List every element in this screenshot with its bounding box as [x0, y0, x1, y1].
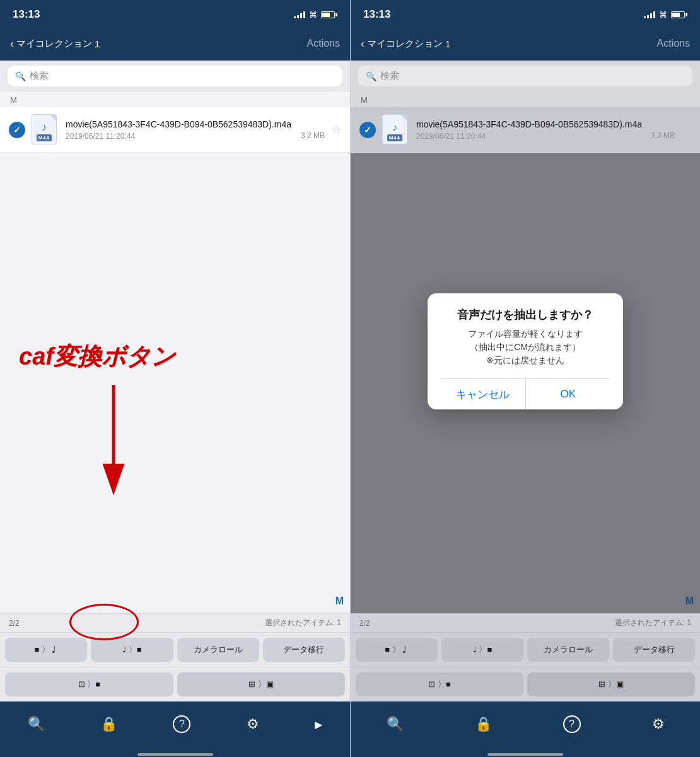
- right-search-bar[interactable]: 🔍 検索: [358, 66, 692, 86]
- left-section-header: M: [0, 91, 350, 107]
- left-data-transfer-label: データ移行: [283, 644, 324, 655]
- lock-tab-icon: 🔒: [100, 716, 117, 732]
- right-tab-lock[interactable]: 🔒: [475, 716, 492, 732]
- left-tool-btn-photo-merge[interactable]: ⊡ 〉■: [5, 672, 173, 696]
- left-back-label: マイコレクション: [16, 38, 92, 50]
- left-file-name: movie(5A951843-3F4C-439D-B094-0B56253948…: [66, 119, 325, 130]
- right-tool-btn-photo-merge[interactable]: ⊡ 〉■: [356, 672, 523, 696]
- right-dialog-cancel-button[interactable]: キャンセル: [440, 379, 526, 409]
- right-toolbar-row2: ⊡ 〉■ ⊞ 〉▣: [351, 667, 700, 701]
- right-data-transfer-label: データ移行: [634, 644, 675, 655]
- left-star-icon[interactable]: ☆: [331, 123, 341, 137]
- right-file-item[interactable]: ✓ ♪ M4A movie(5A951843-3F4C-439D-B094-0B…: [351, 107, 700, 153]
- right-toolbar-count: 2/2: [359, 619, 370, 628]
- left-tool-btn-grid-convert[interactable]: ⊞ 〉▣: [177, 672, 346, 696]
- right-content-area: M 音声だけを抽出しますか？ ファイル容量が軽くなります（抽出中にCMが流れます…: [351, 153, 700, 613]
- right-tool-btn-camera-roll[interactable]: カメラロール: [527, 638, 609, 662]
- right-toolbar-selected: 選択されたアイテム: 1: [615, 618, 691, 628]
- left-tool-btn-video-to-audio[interactable]: ■ 〉♩: [5, 638, 87, 662]
- signal-icon: [294, 11, 305, 18]
- right-chevron-icon: ‹: [361, 37, 365, 50]
- right-file-info: movie(5A951843-3F4C-439D-B094-0B56253948…: [416, 119, 675, 141]
- left-nav-bar: ‹ マイコレクション 1 Actions: [0, 28, 350, 61]
- wifi-icon: ⌘: [309, 10, 317, 20]
- right-status-icons: ⌘: [644, 10, 687, 20]
- checkmark-icon: ✓: [13, 125, 21, 135]
- left-status-icons: ⌘: [294, 10, 337, 20]
- right-back-label: マイコレクション: [367, 38, 443, 50]
- right-star-icon[interactable]: ☆: [681, 123, 691, 137]
- right-tab-search[interactable]: 🔍: [387, 716, 404, 732]
- right-wifi-icon: ⌘: [659, 10, 667, 20]
- left-chevron-icon: ‹: [10, 37, 14, 50]
- left-toolbar-count: 2/2: [9, 619, 20, 628]
- right-section-header: M: [351, 91, 700, 107]
- right-dialog-overlay: 音声だけを抽出しますか？ ファイル容量が軽くなります（抽出中にCMが流れます）※…: [351, 153, 700, 613]
- battery-icon: [321, 11, 337, 18]
- left-file-info: movie(5A951843-3F4C-439D-B094-0B56253948…: [66, 119, 325, 141]
- left-tool-btn-camera-roll[interactable]: カメラロール: [177, 638, 259, 662]
- music-note-icon: ♪: [42, 122, 47, 133]
- right-dialog-buttons: キャンセル OK: [440, 379, 610, 409]
- left-home-indicator: [0, 752, 350, 757]
- right-search-placeholder: 検索: [380, 70, 399, 82]
- right-file-type-label: M4A: [387, 134, 402, 141]
- right-tool-btn-grid-convert[interactable]: ⊞ 〉▣: [527, 672, 695, 696]
- left-file-list: ✓ ♪ M4A movie(5A951843-3F4C-439D-B094-0B…: [0, 107, 350, 153]
- settings-tab-icon: ⚙: [247, 716, 259, 732]
- right-tab-settings[interactable]: ⚙: [652, 716, 665, 732]
- search-tab-icon: 🔍: [28, 716, 45, 732]
- right-tab-help[interactable]: ?: [563, 715, 581, 733]
- left-file-size: 3.2 MB: [301, 131, 325, 140]
- left-search-bar[interactable]: 🔍 検索: [8, 66, 342, 86]
- right-dialog-ok-button[interactable]: OK: [526, 379, 611, 409]
- right-search-tab-icon: 🔍: [387, 716, 404, 732]
- left-bottom-section: 2/2 選択されたアイテム: 1 ■ 〉♩ ♩ 〉■ カメラロール データ移行 …: [0, 613, 350, 701]
- right-tool-btn-audio-to-video[interactable]: ♩ 〉■: [441, 638, 523, 662]
- right-file-icon: ♪ M4A: [382, 114, 410, 146]
- right-file-date: 2019/06/21 11:20:44: [416, 132, 486, 141]
- right-search-container: 🔍 検索: [351, 61, 700, 91]
- right-camera-roll-label: カメラロール: [544, 644, 593, 655]
- right-toolbar-status: 2/2 選択されたアイテム: 1: [351, 613, 700, 632]
- left-tab-search[interactable]: 🔍: [28, 716, 45, 732]
- left-content-area: M: [0, 153, 350, 613]
- right-back-button[interactable]: ‹ マイコレクション 1: [361, 37, 450, 50]
- left-toolbar-status: 2/2 選択されたアイテム: 1: [0, 613, 350, 632]
- right-arrow-icon: ▶: [315, 719, 322, 731]
- left-status-time: 13:13: [13, 8, 40, 21]
- left-tab-help[interactable]: ?: [173, 715, 190, 733]
- right-tool-btn-video-to-audio[interactable]: ■ 〉♩: [356, 638, 438, 662]
- right-tool-btn-data-transfer[interactable]: データ移行: [613, 638, 695, 662]
- left-back-button[interactable]: ‹ マイコレクション 1: [10, 37, 100, 50]
- right-file-checkbox[interactable]: ✓: [359, 122, 376, 138]
- left-actions-button[interactable]: Actions: [307, 38, 340, 49]
- left-tab-settings[interactable]: ⚙: [247, 716, 259, 732]
- left-toolbar-row2: ⊡ 〉■ ⊞ 〉▣: [0, 667, 350, 701]
- right-nav-bar: ‹ マイコレクション 1 Actions: [351, 28, 700, 61]
- left-phone-panel: 13:13 ⌘ ‹ マイコレクション 1 Actions: [0, 0, 350, 757]
- left-tool-btn-audio-to-video[interactable]: ♩ 〉■: [91, 638, 173, 662]
- left-file-checkbox[interactable]: ✓: [9, 122, 25, 138]
- left-search-container: 🔍 検索: [0, 61, 350, 91]
- left-section-m-partial: M: [335, 596, 344, 607]
- left-tab-arrow[interactable]: ▶: [315, 719, 322, 731]
- right-file-name: movie(5A951843-3F4C-439D-B094-0B56253948…: [416, 119, 675, 130]
- left-file-item[interactable]: ✓ ♪ M4A movie(5A951843-3F4C-439D-B094-0B…: [0, 107, 350, 153]
- right-tab-bar: 🔍 🔒 ? ⚙: [351, 701, 700, 752]
- help-tab-icon: ?: [173, 715, 190, 733]
- left-tool-btn-data-transfer[interactable]: データ移行: [263, 638, 345, 662]
- right-music-note-icon: ♪: [392, 122, 397, 133]
- left-tab-bar: 🔍 🔒 ? ⚙ ▶: [0, 701, 350, 752]
- left-search-placeholder: 検索: [30, 70, 49, 82]
- right-status-time: 13:13: [363, 8, 390, 21]
- right-actions-button[interactable]: Actions: [657, 38, 690, 49]
- left-toolbar-row1: ■ 〉♩ ♩ 〉■ カメラロール データ移行: [0, 632, 350, 667]
- left-file-date: 2019/06/21 11:20:44: [66, 132, 135, 141]
- right-dialog-box: 音声だけを抽出しますか？ ファイル容量が軽くなります（抽出中にCMが流れます）※…: [428, 293, 623, 409]
- right-checkmark-icon: ✓: [364, 125, 371, 135]
- left-toolbar-selected: 選択されたアイテム: 1: [265, 618, 341, 628]
- right-search-icon: 🔍: [366, 71, 376, 81]
- right-help-tab-icon: ?: [563, 715, 581, 733]
- left-tab-lock[interactable]: 🔒: [100, 716, 117, 732]
